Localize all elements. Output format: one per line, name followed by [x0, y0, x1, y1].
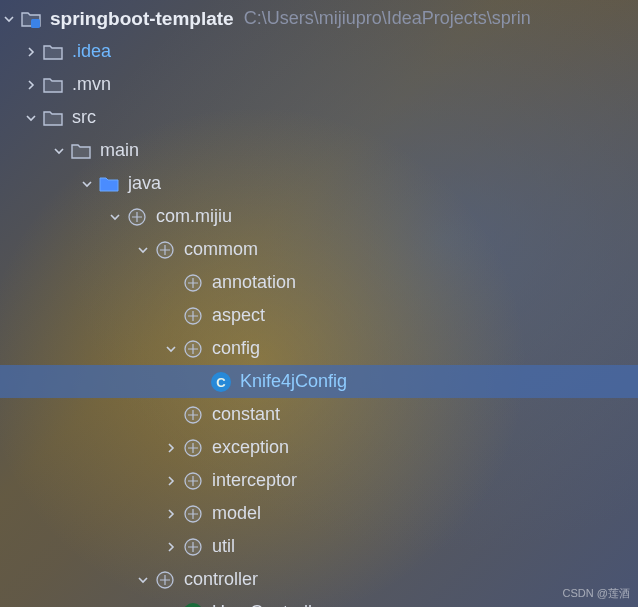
source-folder-icon	[98, 173, 120, 195]
tree-label: UserController	[212, 602, 328, 607]
project-tree[interactable]: springboot-template C:\Users\mijiupro\Id…	[0, 0, 638, 607]
tree-label: interceptor	[212, 470, 297, 491]
svg-text:C: C	[216, 374, 226, 389]
tree-label: util	[212, 536, 235, 557]
tree-row-java[interactable]: java	[0, 167, 638, 200]
tree-row-constant[interactable]: constant	[0, 398, 638, 431]
project-path: C:\Users\mijiupro\IdeaProjects\sprin	[244, 8, 531, 29]
class-icon: C	[210, 371, 232, 393]
package-icon	[182, 437, 204, 459]
chevron-down-icon[interactable]	[106, 208, 124, 226]
chevron-down-icon[interactable]	[162, 340, 180, 358]
tree-row-main[interactable]: main	[0, 134, 638, 167]
tree-row-interceptor[interactable]: interceptor	[0, 464, 638, 497]
chevron-right-icon[interactable]	[162, 538, 180, 556]
tree-label: java	[128, 173, 161, 194]
tree-label: com.mijiu	[156, 206, 232, 227]
chevron-down-icon[interactable]	[134, 571, 152, 589]
tree-row-model[interactable]: model	[0, 497, 638, 530]
package-icon	[182, 536, 204, 558]
chevron-right-icon[interactable]	[22, 76, 40, 94]
package-icon	[182, 503, 204, 525]
tree-row-aspect[interactable]: aspect	[0, 299, 638, 332]
tree-row-annotation[interactable]: annotation	[0, 266, 638, 299]
tree-label: exception	[212, 437, 289, 458]
package-icon	[154, 569, 176, 591]
chevron-down-icon[interactable]	[22, 109, 40, 127]
tree-row-src[interactable]: src	[0, 101, 638, 134]
svg-rect-0	[31, 19, 40, 28]
class-icon: C	[182, 602, 204, 608]
tree-label: .mvn	[72, 74, 111, 95]
tree-row-user-controller[interactable]: C UserController	[0, 596, 638, 607]
tree-label: main	[100, 140, 139, 161]
module-folder-icon	[20, 8, 42, 30]
tree-label: commom	[184, 239, 258, 260]
tree-row-knife4j-config[interactable]: C Knife4jConfig	[0, 365, 638, 398]
tree-label: Knife4jConfig	[240, 371, 347, 392]
tree-label: springboot-template	[50, 8, 234, 30]
tree-label: .idea	[72, 41, 111, 62]
package-icon	[182, 470, 204, 492]
tree-row-util[interactable]: util	[0, 530, 638, 563]
chevron-right-icon[interactable]	[22, 43, 40, 61]
package-icon	[154, 239, 176, 261]
tree-row-config[interactable]: config	[0, 332, 638, 365]
chevron-down-icon[interactable]	[50, 142, 68, 160]
folder-icon	[42, 41, 64, 63]
chevron-down-icon[interactable]	[134, 241, 152, 259]
tree-row-root[interactable]: springboot-template C:\Users\mijiupro\Id…	[0, 2, 638, 35]
tree-row-exception[interactable]: exception	[0, 431, 638, 464]
tree-label: controller	[184, 569, 258, 590]
package-icon	[182, 404, 204, 426]
chevron-down-icon[interactable]	[0, 10, 18, 28]
tree-row-controller[interactable]: controller	[0, 563, 638, 596]
chevron-right-icon[interactable]	[162, 439, 180, 457]
tree-label: config	[212, 338, 260, 359]
chevron-right-icon[interactable]	[162, 472, 180, 490]
tree-row-commom[interactable]: commom	[0, 233, 638, 266]
tree-label: annotation	[212, 272, 296, 293]
package-icon	[182, 338, 204, 360]
tree-label: aspect	[212, 305, 265, 326]
watermark: CSDN @莲酒	[563, 586, 630, 601]
folder-icon	[42, 74, 64, 96]
package-icon	[182, 272, 204, 294]
chevron-right-icon[interactable]	[162, 505, 180, 523]
tree-label: model	[212, 503, 261, 524]
tree-row-package-root[interactable]: com.mijiu	[0, 200, 638, 233]
tree-row-idea[interactable]: .idea	[0, 35, 638, 68]
package-icon	[126, 206, 148, 228]
tree-label: src	[72, 107, 96, 128]
folder-icon	[42, 107, 64, 129]
tree-row-mvn[interactable]: .mvn	[0, 68, 638, 101]
tree-label: constant	[212, 404, 280, 425]
folder-icon	[70, 140, 92, 162]
package-icon	[182, 305, 204, 327]
chevron-down-icon[interactable]	[78, 175, 96, 193]
